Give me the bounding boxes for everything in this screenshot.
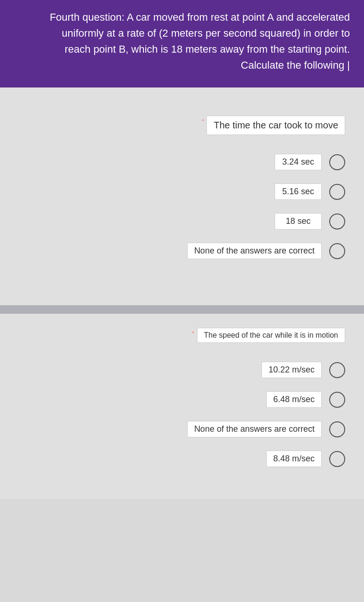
q2-option-1-text: 10.22 m/sec [261, 362, 322, 378]
question1-label: The time the car took to move [206, 116, 345, 135]
header-line3: reach point B, which is 18 meters away f… [64, 43, 350, 55]
q1-option-1-row: 3.24 sec [19, 154, 345, 170]
q1-option-4-text: None of the answers are correct [187, 243, 322, 259]
q1-option-2-radio[interactable] [329, 184, 345, 200]
question2-section: • The speed of the car while it is in mo… [0, 314, 364, 499]
section-divider [0, 305, 364, 314]
q1-option-2-row: 5.16 sec [19, 183, 345, 200]
header-text: Fourth question: A car moved from rest a… [14, 9, 350, 73]
q2-option-4-text: 8.48 m/sec [266, 451, 322, 467]
q1-option-1-text: 3.24 sec [275, 154, 322, 170]
header-section: Fourth question: A car moved from rest a… [0, 0, 364, 87]
q1-option-3-radio[interactable] [329, 214, 345, 230]
q2-option-4-radio[interactable] [329, 451, 345, 467]
q2-option-2-text: 6.48 m/sec [266, 391, 322, 408]
question1-section: • The time the car took to move 3.24 sec… [0, 87, 364, 305]
q1-option-4-radio[interactable] [329, 243, 345, 259]
question2-dot: • [192, 330, 194, 335]
question2-label: The speed of the car while it is in moti… [197, 328, 345, 343]
question1-label-row: • The time the car took to move [19, 116, 345, 135]
q2-option-1-radio[interactable] [329, 362, 345, 378]
q1-option-3-text: 18 sec [275, 213, 322, 230]
question2-label-row: • The speed of the car while it is in mo… [19, 328, 345, 343]
header-line2: uniformly at a rate of (2 meters per sec… [62, 27, 350, 39]
q1-option-3-row: 18 sec [19, 213, 345, 230]
q2-option-3-row: None of the answers are correct [19, 421, 345, 437]
q1-option-2-text: 5.16 sec [275, 183, 322, 200]
q1-option-1-radio[interactable] [329, 154, 345, 170]
header-line1: Fourth question: A car moved from rest a… [50, 11, 350, 23]
question1-dot: • [202, 118, 204, 123]
q2-option-3-radio[interactable] [329, 421, 345, 437]
q2-option-2-radio[interactable] [329, 392, 345, 408]
q2-option-2-row: 6.48 m/sec [19, 391, 345, 408]
question1-content: • The time the car took to move 3.24 sec… [19, 102, 345, 291]
q2-option-4-row: 8.48 m/sec [19, 451, 345, 467]
q2-option-3-text: None of the answers are correct [187, 421, 322, 437]
header-line4: Calculate the following | [241, 59, 350, 71]
q1-option-4-row: None of the answers are correct [19, 243, 345, 259]
q2-option-1-row: 10.22 m/sec [19, 362, 345, 378]
